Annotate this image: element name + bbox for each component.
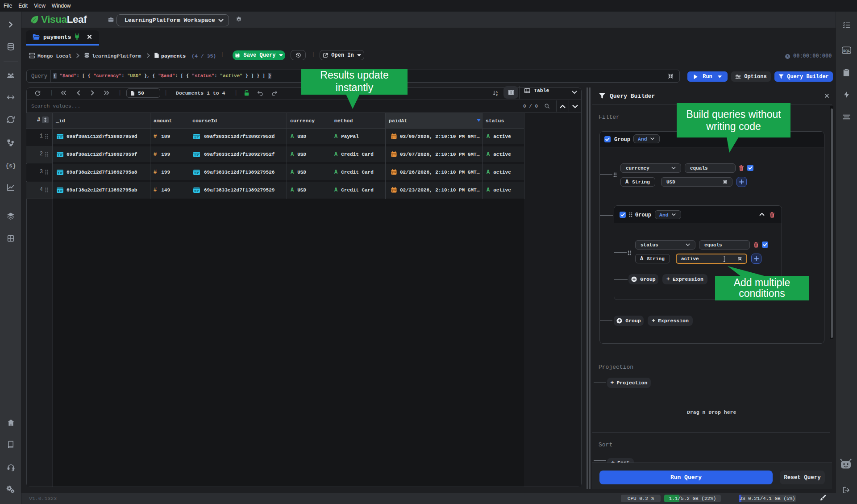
svg-text:A: A: [496, 91, 498, 93]
svg-text:Z: Z: [496, 94, 498, 96]
svg-text:SQL: SQL: [843, 49, 850, 53]
